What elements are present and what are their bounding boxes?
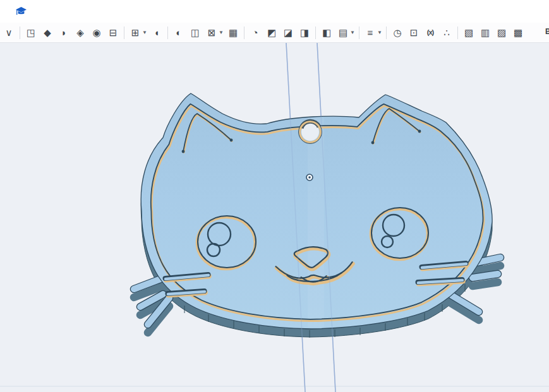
shell-icon[interactable]: ◨: [296, 25, 313, 41]
toolbar-separator: [315, 27, 316, 39]
graduation-cap-icon[interactable]: [15, 6, 27, 17]
toolbar-separator: [457, 27, 458, 39]
hole-icon[interactable]: ◉: [88, 25, 105, 41]
delete-part-icon[interactable]: ▦: [225, 25, 241, 41]
variables-icon[interactable]: (x): [422, 25, 438, 41]
loft-icon[interactable]: ◈: [72, 25, 88, 41]
sheet-metal-dropdown-chevron-icon[interactable]: ▼: [349, 25, 356, 41]
toolbar-menu-chevron-icon[interactable]: ∨: [1, 25, 17, 41]
toolbar-separator: [386, 27, 387, 39]
model-canvas[interactable]: [0, 43, 549, 392]
wrap-icon[interactable]: ◖: [148, 25, 165, 41]
drawing-icon[interactable]: ▨: [493, 25, 510, 41]
keychain-hole[interactable]: [299, 121, 322, 144]
sweep-icon[interactable]: ◗: [56, 25, 72, 41]
boolean-icon[interactable]: ◐: [171, 25, 187, 41]
pattern-dropdown-chevron-icon[interactable]: ▼: [142, 25, 148, 41]
clipped-panel-label: B: [545, 27, 549, 39]
toolbar-separator: [244, 27, 244, 39]
plane-icon[interactable]: ◧: [318, 25, 335, 41]
revolve-icon[interactable]: ◆: [39, 25, 56, 41]
assembly-context-icon[interactable]: ∴: [438, 25, 455, 41]
top-app-bar: [0, 0, 549, 23]
draft-icon[interactable]: ◪: [280, 25, 296, 41]
graphics-viewport[interactable]: [0, 43, 549, 392]
part-studio-icon[interactable]: ▥: [477, 25, 493, 41]
toolbar-separator: [20, 27, 20, 39]
appearance-dropdown-chevron-icon[interactable]: ▼: [377, 25, 383, 41]
import-icon[interactable]: ⊡: [406, 25, 422, 41]
toolbar-separator: [359, 27, 359, 39]
extrude-icon[interactable]: ◳: [23, 25, 39, 41]
chamfer-icon[interactable]: ◩: [263, 25, 280, 41]
transform-dropdown-chevron-icon[interactable]: ▼: [218, 25, 224, 41]
thicken-icon[interactable]: ⊟: [105, 25, 121, 41]
sketch-origin-point[interactable]: [306, 174, 313, 181]
toolbar-separator: [167, 27, 168, 39]
export-icon[interactable]: ▧: [461, 25, 477, 41]
toolbar-separator: [124, 27, 124, 39]
history-icon[interactable]: ◷: [389, 25, 406, 41]
face-highlight-band: [308, 117, 324, 327]
fillet-icon[interactable]: ◔: [247, 25, 263, 41]
split-icon[interactable]: ◫: [187, 25, 203, 41]
render-icon[interactable]: ▩: [510, 25, 526, 41]
feature-toolbar: ∨◳◆◗◈◉⊟⊞▼◖◐◫⊠▼▦◔◩◪◨◧▤▼≡▼◷⊡(x)∴▧▥▨▩B: [0, 23, 549, 43]
